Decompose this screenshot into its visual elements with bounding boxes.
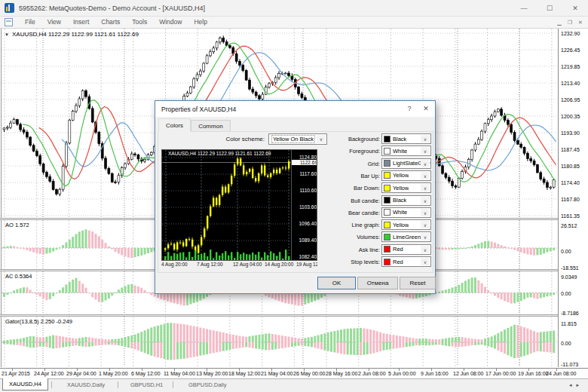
time-label: 28 May 16:00 <box>326 371 357 376</box>
chart-tab-gbpusd-daily[interactable]: GBPUSD,Daily <box>179 379 236 390</box>
gator-indicator-pane[interactable]: Gator(13,8,5) 2.250 -0.249 <box>2 317 557 366</box>
price-scale-label: 1219.85 <box>561 64 587 69</box>
dialog-help-icon[interactable]: ? <box>402 101 417 117</box>
chevron-down-icon: ∨ <box>421 197 430 204</box>
indicator-scale-label: -11.073 <box>561 362 587 367</box>
menu-item-help[interactable]: Help <box>188 17 213 28</box>
menu-item-window[interactable]: Window <box>153 17 188 28</box>
setting-select-bear-candle-[interactable]: White∨ <box>381 207 431 218</box>
app-icon <box>5 3 14 13</box>
time-tick <box>369 369 369 371</box>
setting-value: Yellow <box>393 222 409 228</box>
time-tick <box>44 369 45 371</box>
chart-tab-xauusd-daily[interactable]: XAUUSD,Daily <box>57 379 115 390</box>
chevron-down-icon: ∨ <box>421 209 430 216</box>
time-label: 24 Jun 08:00 <box>546 371 576 376</box>
maximize-icon[interactable]: ☐ <box>537 0 562 17</box>
chart-doc-icon <box>5 18 13 26</box>
setting-value: Black <box>393 197 406 204</box>
time-tick <box>207 369 207 371</box>
menu-item-insert[interactable]: Insert <box>67 17 95 28</box>
gator-label: Gator(13,8,5) 2.250 -0.249 <box>5 318 72 325</box>
time-label: 9 Jun 16:00 <box>421 371 449 376</box>
indicator-scale-label: 0.00 <box>561 341 587 346</box>
close-icon[interactable]: ✕ <box>562 0 588 17</box>
indicator-scale-label: 0.00 <box>561 291 587 296</box>
time-scale[interactable]: 21 Apr 201524 Apr 12:0029 Apr 04:001 May… <box>0 368 588 379</box>
price-scale-label: 1200.35 <box>561 114 587 119</box>
setting-value: White <box>393 148 407 155</box>
time-label: 18 May 12:00 <box>228 371 260 376</box>
setting-label-white: Bear candle: <box>291 210 380 216</box>
menu-item-charts[interactable]: Charts <box>95 17 126 28</box>
time-tick <box>12 369 13 371</box>
setting-label-yellow: Line graph: <box>291 222 380 228</box>
minimize-icon[interactable]: — <box>511 0 537 17</box>
chevron-down-icon: ∨ <box>421 147 430 155</box>
setting-select-bar-up-[interactable]: Yellow∨ <box>381 170 431 181</box>
menu-item-file[interactable]: File <box>19 17 41 28</box>
chart-tab-xauusd-h4[interactable]: XAUUSD,H4 <box>2 378 48 390</box>
ok-button[interactable]: OK <box>317 277 356 289</box>
color-swatch <box>384 246 390 253</box>
dialog-tab-common[interactable]: Common <box>191 120 230 132</box>
mdi-restore-icon[interactable]: ❐ <box>565 17 574 29</box>
symbol-dropdown-icon[interactable]: ▼ <box>5 32 9 37</box>
price-scale-label: 1180.85 <box>561 164 587 169</box>
setting-select-stop-levels-[interactable]: Red∨ <box>381 256 431 267</box>
dialog-tab-colors[interactable]: Colors <box>158 118 191 132</box>
time-tick <box>431 369 432 371</box>
color-swatch <box>384 209 390 216</box>
time-label: 12 Jun 08:00 <box>453 371 483 376</box>
setting-select-ask-line-[interactable]: Red∨ <box>381 244 431 255</box>
setting-select-grid-[interactable]: LightSlateGray∨ <box>381 158 431 169</box>
time-label: 24 Apr 12:00 <box>34 371 64 376</box>
setting-label-black: Background: <box>291 136 380 142</box>
menu-item-tools[interactable]: Tools <box>126 17 153 28</box>
indicator-scale-label: -18.551 <box>561 265 587 271</box>
dialog-title-bar[interactable]: Properties of XAUUSD,H4 <box>155 101 435 117</box>
color-swatch <box>384 160 390 167</box>
menu-item-view[interactable]: View <box>41 17 67 28</box>
mdi-minimize-icon[interactable]: ▁ <box>555 17 564 29</box>
time-tick <box>271 369 272 371</box>
reset-button[interactable]: Reset <box>400 277 436 289</box>
time-tick <box>77 369 78 371</box>
time-tick <box>304 369 305 371</box>
setting-select-line-graph-[interactable]: Yellow∨ <box>381 219 431 230</box>
color-swatch <box>384 136 390 142</box>
setting-select-bar-down-[interactable]: Yellow∨ <box>381 182 431 193</box>
time-tick <box>109 369 110 371</box>
chart-symbol-label: ▼ XAUUSD,H4 1122.29 1122.99 1121.61 1122… <box>5 31 139 38</box>
setting-label-yellow: Bar Down: <box>291 185 380 191</box>
setting-select-foreground-[interactable]: White∨ <box>381 145 431 156</box>
preview-time-label: 12 Aug 04:00 <box>233 262 262 267</box>
indicator-scale-label: -8.7186 <box>561 311 587 316</box>
setting-value: White <box>393 209 407 216</box>
chevron-down-icon: ∨ <box>421 233 430 240</box>
chevron-down-icon: ∨ <box>421 184 430 191</box>
mdi-close-icon[interactable]: ✕ <box>576 17 585 29</box>
chart-tab-gbpusd-h1[interactable]: GBPUSD,H1 <box>124 379 170 390</box>
time-tick <box>239 369 240 371</box>
setting-select-volumes-[interactable]: LimeGreen∨ <box>381 231 431 242</box>
tab-divider <box>173 381 173 388</box>
setting-value: Yellow <box>393 172 409 179</box>
preview-title: XAUUSD,H4 1122.29 1122.99 1121.61 1122.6… <box>168 151 271 156</box>
price-scale[interactable]: 1232.901226.451219.851213.401206.951200.… <box>559 29 588 367</box>
setting-select-background-[interactable]: Black∨ <box>381 133 431 144</box>
time-label: 2 Jun 08:00 <box>358 371 386 376</box>
cancel-button[interactable]: Отмена <box>357 277 398 289</box>
time-tick <box>464 369 464 371</box>
properties-dialog: Properties of XAUUSD,H4 ? ✕ ColorsCommon… <box>155 100 436 294</box>
setting-label-red: Stop levels: <box>291 259 380 265</box>
chevron-down-icon: ∨ <box>421 221 430 228</box>
tab-scroll-arrows[interactable]: ◂▸ <box>569 382 583 388</box>
setting-select-bull-candle-[interactable]: Black∨ <box>381 195 431 206</box>
setting-label-black: Bull candle: <box>291 198 380 204</box>
ac-label: AC 0.5364 <box>5 273 32 280</box>
price-scale-label: 1187.45 <box>561 147 587 152</box>
time-label: 17 Jun 00:00 <box>485 371 516 376</box>
preview-time-label: 14 Aug 20:00 <box>265 262 293 267</box>
dialog-close-icon[interactable]: ✕ <box>418 101 433 117</box>
